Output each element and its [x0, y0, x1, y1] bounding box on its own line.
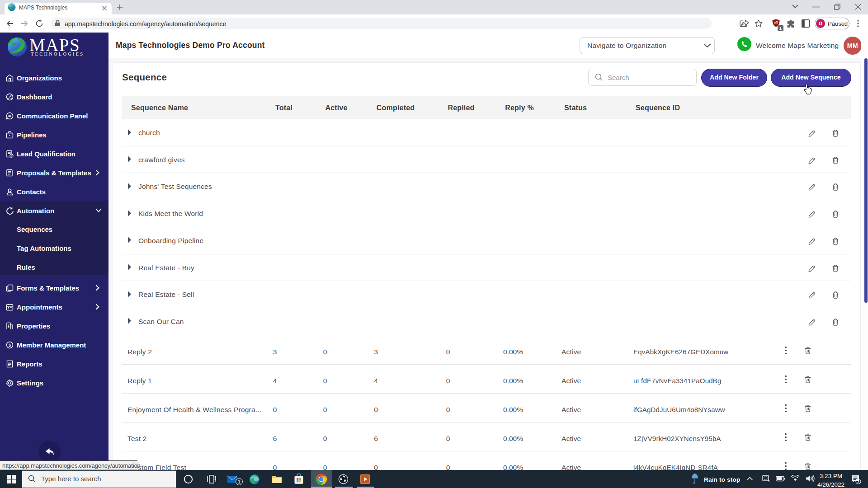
svg-text:3: 3: [857, 479, 859, 484]
svg-text:$: $: [9, 343, 11, 347]
svg-text:uO: uO: [774, 21, 778, 24]
